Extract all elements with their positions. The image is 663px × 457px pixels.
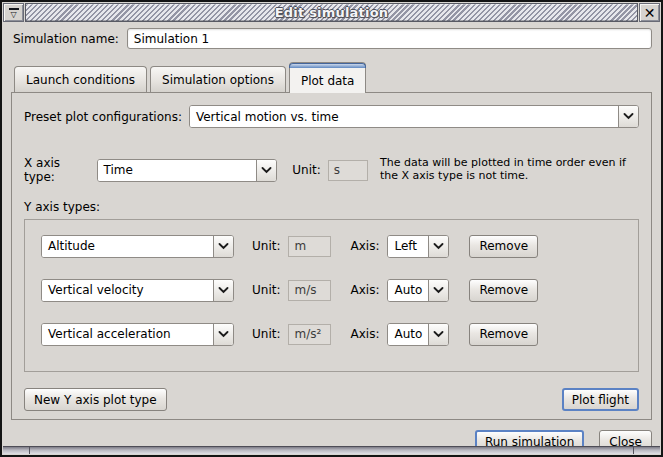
simulation-name-label: Simulation name: [13, 32, 119, 46]
time-order-note: The data will be plotted in time order e… [380, 156, 639, 182]
remove-button[interactable]: Remove [469, 279, 538, 302]
dialog-content: Simulation name: Launch conditions Simul… [5, 22, 658, 446]
x-unit-label: Unit: [292, 163, 320, 177]
window-menu-button[interactable]: ▽ [3, 3, 24, 22]
y-axis-row-vertical-velocity: Vertical velocity Unit: m/s Axis: Auto [41, 279, 638, 301]
axis-selected-value: Left [388, 236, 428, 257]
plot-data-panel: Preset plot configurations: Vertical mot… [11, 92, 652, 420]
tab-label: Plot data [301, 74, 354, 88]
axis-select[interactable]: Auto [387, 279, 449, 302]
y-axis-selected-value: Altitude [42, 236, 213, 257]
axis-label: Axis: [350, 239, 379, 253]
unit-label: Unit: [252, 327, 280, 341]
axis-select[interactable]: Left [387, 235, 449, 258]
tab-plot-data[interactable]: Plot data [289, 62, 366, 93]
preset-selected-value: Vertical motion vs. time [190, 106, 618, 127]
tab-label: Simulation options [162, 73, 274, 87]
axis-select[interactable]: Auto [387, 323, 449, 346]
x-axis-type-select[interactable]: Time [97, 159, 278, 182]
remove-button[interactable]: Remove [469, 323, 538, 346]
tab-label: Launch conditions [26, 73, 135, 87]
window-title: Edit simulation [275, 5, 388, 20]
simulation-name-input[interactable] [127, 28, 652, 49]
x-axis-selected-value: Time [98, 160, 257, 181]
unit-field: m/s [288, 280, 331, 301]
chevron-down-icon [213, 324, 233, 345]
y-axis-type-select[interactable]: Vertical velocity [41, 279, 234, 302]
y-axis-types-panel: Altitude Unit: m Axis: Left Remov [24, 219, 639, 372]
x-axis-type-label: X axis type: [24, 156, 91, 184]
y-axis-type-select[interactable]: Altitude [41, 235, 234, 258]
unit-field: m [288, 236, 331, 257]
y-axis-row-vertical-acceleration: Vertical acceleration Unit: m/s² Axis: A… [41, 323, 638, 345]
chevron-down-icon [618, 106, 638, 127]
tab-bar: Launch conditions Simulation options Plo… [14, 61, 658, 92]
chevron-down-icon [256, 160, 276, 181]
remove-button[interactable]: Remove [469, 235, 538, 258]
window-menu-icon: ▽ [9, 8, 19, 18]
close-window-button[interactable]: ✕ [639, 3, 660, 22]
axis-label: Axis: [350, 327, 379, 341]
unit-label: Unit: [252, 239, 280, 253]
panel-bottom-row: New Y axis plot type Plot flight [24, 388, 639, 411]
axis-selected-value: Auto [388, 324, 428, 345]
y-axis-row-altitude: Altitude Unit: m Axis: Left Remov [41, 235, 638, 257]
titlebar: ▽ Edit simulation ✕ [3, 3, 660, 22]
selected-tab-highlight [289, 63, 366, 68]
edit-simulation-dialog: ▽ Edit simulation ✕ Simulation name: Lau… [0, 0, 663, 457]
unit-field: m/s² [288, 324, 331, 345]
new-y-axis-plot-type-button[interactable]: New Y axis plot type [24, 388, 167, 411]
chevron-down-icon [213, 236, 233, 257]
chevron-down-icon [428, 324, 448, 345]
x-unit-field: s [328, 160, 368, 181]
close-icon: ✕ [644, 6, 656, 20]
tab-simulation-options[interactable]: Simulation options [150, 66, 286, 92]
tab-launch-conditions[interactable]: Launch conditions [14, 66, 147, 92]
y-axis-type-select[interactable]: Vertical acceleration [41, 323, 234, 346]
unit-label: Unit: [252, 283, 280, 297]
chevron-down-icon [428, 236, 448, 257]
preset-configurations-label: Preset plot configurations: [24, 110, 182, 124]
axis-label: Axis: [350, 283, 379, 297]
window-resize-frame[interactable] [3, 446, 660, 454]
chevron-down-icon [213, 280, 233, 301]
simulation-name-row: Simulation name: [11, 28, 652, 49]
axis-selected-value: Auto [388, 280, 428, 301]
titlebar-stripes: Edit simulation [25, 3, 638, 22]
y-axis-selected-value: Vertical velocity [42, 280, 213, 301]
x-axis-controls: X axis type: Time Unit: s [24, 156, 368, 184]
plot-flight-button[interactable]: Plot flight [562, 388, 639, 411]
preset-configurations-select[interactable]: Vertical motion vs. time [189, 105, 639, 128]
y-axis-types-label: Y axis types: [24, 200, 639, 214]
chevron-down-icon [428, 280, 448, 301]
x-axis-row: X axis type: Time Unit: s The data will … [24, 156, 639, 184]
preset-row: Preset plot configurations: Vertical mot… [24, 105, 639, 128]
y-axis-selected-value: Vertical acceleration [42, 324, 213, 345]
